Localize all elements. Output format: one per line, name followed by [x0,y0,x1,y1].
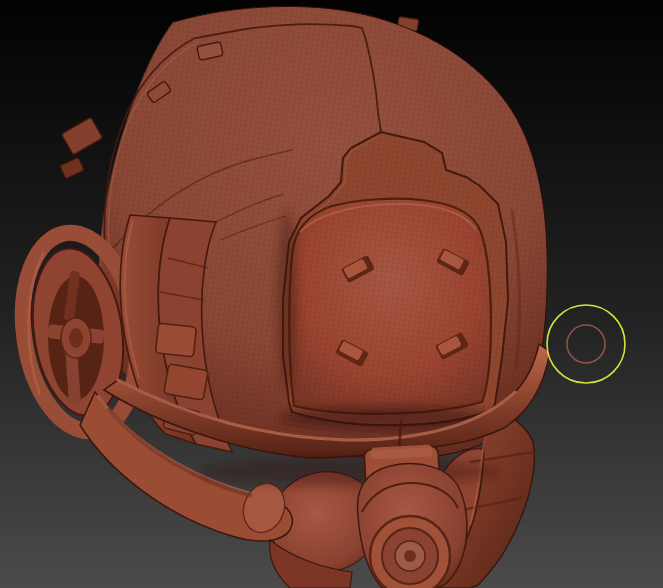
respirator-center [404,550,416,562]
sculpt-canvas[interactable] [0,0,663,588]
sculpt-viewport[interactable] [0,0,663,588]
side-panel-block [164,364,209,400]
shield-left-crease [277,210,297,390]
faceplate-texture [289,199,491,414]
side-panel-block [156,323,197,357]
ear-hub-center [69,328,83,348]
